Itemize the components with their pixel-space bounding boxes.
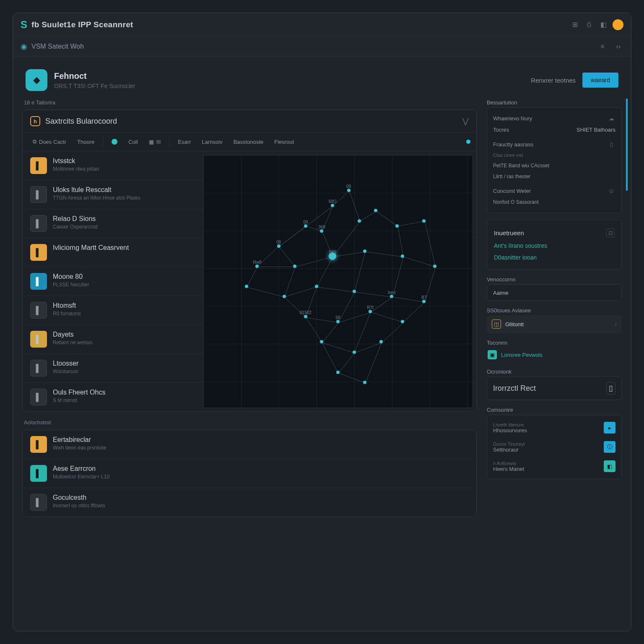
tool-t2[interactable]: Thoore: [73, 137, 99, 147]
list-item-title: Uloks ltule Resccalt: [53, 186, 140, 194]
side-label-2: Inuetrueen: [494, 229, 524, 236]
tool-t8[interactable]: Flesrout: [270, 137, 298, 147]
side-label-7: Comsonire: [487, 407, 622, 413]
list-item-icon: ▌: [30, 186, 47, 203]
side-label-1: Bessartution: [487, 99, 622, 106]
list-item[interactable]: ▌Aese EarrcronMutloetcor Eernctar+ L10: [23, 459, 476, 488]
list-item-subtitle: PLSSE Necutier: [53, 282, 89, 288]
chip-2-icon: ▣: [488, 350, 497, 359]
list-item-subtitle: Cawair Osperarcrsd: [53, 224, 98, 230]
titlebar-action-1-icon[interactable]: ⊞: [570, 20, 580, 30]
subbar: ◉ VSM Satecit Woh ≡ ‹›: [13, 36, 631, 57]
header-primary-button[interactable]: waeard: [582, 73, 618, 88]
side-link-1[interactable]: Ant's IIrano soustres: [494, 240, 615, 252]
list-item-icon: ▌: [30, 331, 47, 348]
list-item-icon: ▌: [30, 389, 47, 405]
list-item-icon: ▌: [30, 157, 47, 174]
list-item-icon: ▌: [30, 494, 47, 511]
scrollbar[interactable]: [626, 99, 628, 191]
tool-badge[interactable]: [107, 137, 122, 146]
chip-2[interactable]: ▣ Lonsree Pevwols: [487, 348, 622, 362]
list-item[interactable]: ▌Ivliciorng Martt Ceasrvent: [23, 238, 476, 267]
list-item-title: Ivliciorng Martt Ceasrvent: [53, 244, 129, 252]
tool-copy[interactable]: ⧉Does Cactr: [29, 137, 70, 147]
list-item[interactable]: ▌IvtsstckMollinnee rilea pittan: [23, 151, 476, 180]
grid-icon: ▦: [149, 139, 154, 145]
list-item-title: Aese Earrcron: [53, 465, 109, 473]
panel-toolbar: ⧉Does Cactr Thoore Coll ▦III Esarr Larns…: [23, 132, 476, 151]
list-item[interactable]: ▌Uloks ltule ResccaltTTGN Alresa an IMon…: [23, 180, 476, 209]
list-item-title: Relao D Sions: [53, 215, 98, 223]
list-item-title: Ltoosser: [53, 360, 78, 367]
list-item-icon: ▌: [30, 360, 47, 377]
chip-1[interactable]: ◫ Gllitontt ‹: [487, 315, 622, 333]
tool-t6[interactable]: Larnsoiv: [198, 137, 227, 147]
list-item[interactable]: ▌GoculcesthInornerl oo ottiro fffowts: [23, 488, 476, 517]
doc-icon: ▯: [607, 141, 615, 148]
side-link-2[interactable]: D0asnitter iooan: [494, 252, 615, 263]
tool-t5[interactable]: Esarr: [174, 137, 195, 147]
app-logo-icon: S: [21, 19, 27, 31]
panel-header-icon: h: [30, 116, 40, 126]
list-item-subtitle: TTGN Alresa an IMon Hnse alsti Plates: [53, 195, 140, 201]
stats-box: Lnoeth ittenureHhosourvures▸ Docire Tinc…: [487, 415, 622, 479]
list-item[interactable]: ▌Ouls Fheert OhcsS M mirrstt: [23, 383, 476, 411]
list-item-icon: ▌: [30, 273, 47, 290]
list-item[interactable]: ▌Moone 80PLSSE Necutier: [23, 267, 476, 296]
main-panel: h Saxtrcits Bularocoord ⋁ ⧉Does Cactr Th…: [22, 110, 477, 412]
info-box: Whaerievo Nury☁ TocresSHIET Balhoars Fra…: [487, 107, 622, 213]
list-item-icon: ▌: [30, 244, 47, 261]
section-label-2: Aclochstrot: [22, 419, 477, 426]
list-item[interactable]: ▌DayetsRetiant ne wehsis: [23, 325, 476, 354]
list-item-title: Eertabireclar: [53, 436, 106, 444]
list-item[interactable]: ▌EertabireclarWwh lteon eas prsntstie: [23, 430, 476, 459]
profile-subtitle: ORS.T T3S! OFT Fe Suonscler: [54, 83, 135, 89]
secondary-panel: ▌EertabireclarWwh lteon eas prsntstie▌Ae…: [22, 430, 477, 517]
list-item-title: Dayets: [53, 331, 93, 338]
tag-icon[interactable]: ⊡: [606, 229, 615, 237]
list-item-subtitle: Mollinnee rilea pittan: [53, 166, 99, 172]
selector-value[interactable]: Aaime: [493, 290, 509, 296]
stat-1-icon[interactable]: ▸: [604, 422, 615, 434]
side-label-4: SS0toues Avlasee: [487, 307, 622, 314]
subbar-code-icon[interactable]: ‹›: [613, 42, 623, 52]
copy-icon: ⧉: [33, 138, 36, 145]
subbar-title: VSM Satecit Woh: [31, 43, 84, 50]
info-r1: Whaerievo Nury: [493, 115, 532, 122]
titlebar: S fb Suulet1e IPP Sceannret ⊞ ⎙ ◧: [13, 13, 631, 36]
tool-t7[interactable]: Basstonoste: [229, 137, 268, 147]
cloud-icon: ☁: [607, 115, 615, 122]
user-avatar[interactable]: [613, 19, 623, 30]
page-header: ◆ Fehnoct ORS.T T3S! OFT Fe Suonscler Re…: [22, 64, 622, 99]
profile-name: Fehnoct: [54, 71, 135, 81]
stat-2-icon[interactable]: ⓘ: [604, 441, 615, 453]
panel-title: Saxtrcits Bularocoord: [45, 117, 117, 126]
stat-3-icon[interactable]: ◧: [604, 460, 615, 472]
list-item-icon: ▌: [30, 302, 47, 319]
list-item[interactable]: ▌LtoosserWstotarson: [23, 354, 476, 383]
profile-badge-icon: ◆: [26, 69, 47, 91]
list-item[interactable]: ▌HtomsftR0 forratorst: [23, 296, 476, 325]
list-item-subtitle: Inornerl oo ottiro fffowts: [53, 503, 105, 509]
list-item[interactable]: ▌Relao D SionsCawair Osperarcrsd: [23, 209, 476, 238]
side-label-3: Venoccornn: [487, 276, 622, 283]
chip-3-label[interactable]: Irorrzctl Rect: [493, 384, 536, 393]
list-item-subtitle: S M mirrstt: [53, 397, 105, 403]
list-item-subtitle: Wstotarson: [53, 369, 78, 374]
tool-t3[interactable]: Coll: [124, 137, 142, 147]
app-window: S fb Suulet1e IPP Sceannret ⊞ ⎙ ◧ ◉ VSM …: [13, 13, 631, 631]
list-item-icon: ▌: [30, 436, 47, 453]
chip-3-icon[interactable]: ▯: [606, 382, 615, 395]
header-link[interactable]: Renxrer teotnes: [531, 77, 576, 84]
list-item-title: Ivtsstck: [53, 157, 99, 165]
list-item-title: Htomsft: [53, 302, 81, 309]
subbar-menu-icon[interactable]: ≡: [597, 42, 608, 52]
person-icon: ⊙: [607, 188, 615, 194]
list-item-subtitle: Mutloetcor Eernctar+ L10: [53, 474, 109, 480]
side-column: Bessartution Whaerievo Nury☁ TocresSHIET…: [487, 99, 622, 525]
tool-t4[interactable]: ▦III: [145, 137, 165, 147]
panel-expand-icon[interactable]: ⋁: [462, 117, 469, 126]
subbar-logo-icon: ◉: [21, 42, 27, 51]
titlebar-action-3-icon[interactable]: ◧: [598, 20, 608, 30]
titlebar-action-2-icon[interactable]: ⎙: [584, 20, 594, 30]
